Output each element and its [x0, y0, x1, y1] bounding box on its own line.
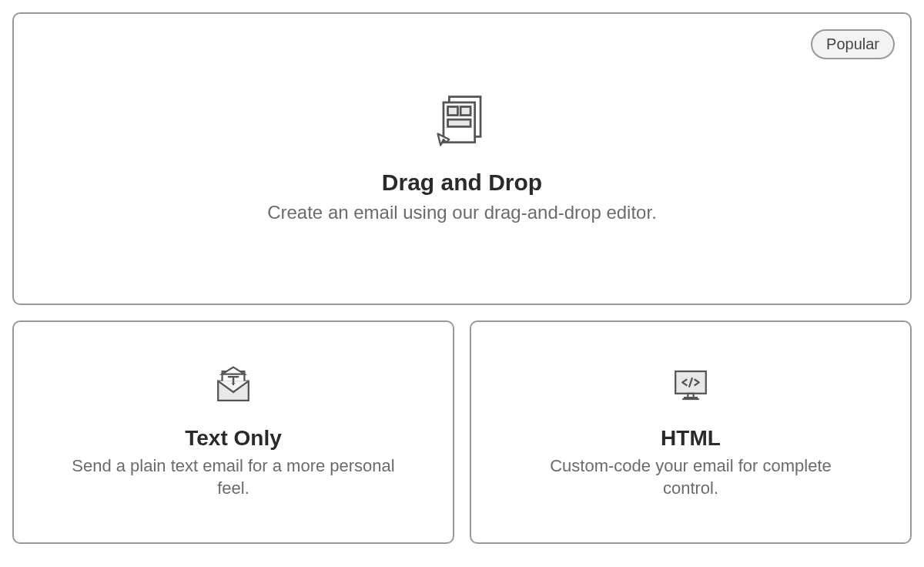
card-description: Send a plain text email for a more perso…: [64, 455, 403, 499]
card-title: Text Only: [185, 426, 282, 451]
svg-rect-2: [448, 107, 458, 116]
svg-rect-4: [448, 120, 471, 127]
svg-text:T: T: [229, 374, 237, 387]
text-only-icon: T: [213, 364, 254, 406]
option-drag-and-drop[interactable]: Popular Drag and Drop Create an email us…: [12, 12, 912, 305]
popular-badge: Popular: [811, 29, 895, 59]
option-html[interactable]: HTML Custom-code your email for complete…: [470, 320, 912, 544]
card-title: HTML: [661, 426, 721, 451]
svg-rect-3: [460, 107, 470, 116]
card-description: Custom-code your email for complete cont…: [521, 455, 860, 499]
option-text-only[interactable]: T Text Only Send a plain text email for …: [12, 320, 454, 544]
html-code-icon: [670, 364, 711, 406]
card-title: Drag and Drop: [382, 169, 542, 196]
card-description: Create an email using our drag-and-drop …: [267, 200, 657, 224]
email-type-selector: Popular Drag and Drop Create an email us…: [12, 12, 912, 544]
drag-and-drop-icon: [434, 92, 490, 149]
